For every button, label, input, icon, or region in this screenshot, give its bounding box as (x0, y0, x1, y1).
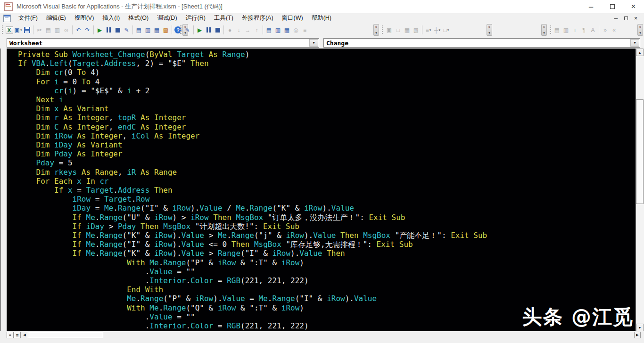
watermark: 头条 @江觅 (522, 304, 634, 330)
mdi-close-button[interactable]: × (631, 15, 640, 22)
toolbar-spacer (493, 24, 540, 37)
menu-item[interactable]: 文件(F) (14, 13, 42, 23)
full-module-view-button[interactable]: ≣ (14, 332, 21, 338)
procedure-bar: Worksheet ▼ Change ▼ (0, 37, 644, 49)
toolbar-separator (263, 25, 263, 34)
scroll-right-button[interactable]: ▶ (634, 332, 641, 338)
code-text[interactable]: Private Sub Worksheet_Change(ByVal Targe… (7, 49, 636, 330)
window-title: Microsoft Visual Basic for Applications … (17, 2, 223, 11)
reset-icon[interactable] (114, 25, 122, 34)
horizontal-scrollbar[interactable]: ≡ ≣ ◀ ▶ (0, 331, 644, 339)
menu-item[interactable]: 编辑(E) (42, 13, 70, 23)
find-icon[interactable]: ∞ (62, 25, 70, 34)
mdi-minimize-button[interactable]: ─ (611, 15, 620, 22)
toggle-breakpoint-icon[interactable]: ● (226, 25, 234, 34)
menu-item[interactable]: 帮助(H) (307, 13, 336, 23)
menu-item[interactable]: 窗口(W) (278, 13, 307, 23)
design-mode-icon[interactable]: ✎ (123, 25, 131, 34)
undo-icon[interactable]: ↶ (74, 25, 83, 34)
indent-icon[interactable]: » (601, 25, 609, 34)
procedure-dropdown[interactable]: Change ▼ (323, 38, 640, 48)
toolbar-drag-handle[interactable] (2, 25, 3, 35)
project-explorer-icon[interactable]: ▤ (135, 25, 143, 34)
mdi-restore-button[interactable] (621, 15, 630, 22)
redo-icon[interactable]: ↷ (83, 25, 91, 34)
toolbar-options-chevron[interactable]: »▾ (541, 24, 547, 36)
step-over-icon[interactable]: → (244, 25, 252, 34)
toolbar-debug: ✎▶●↓→↑▤▥▦◎≡»▾ (178, 24, 380, 37)
cut-icon[interactable]: ✂ (35, 25, 43, 34)
toolbar-drag-handle[interactable] (180, 25, 182, 35)
object-dropdown-value: Worksheet (9, 40, 42, 47)
break-icon[interactable] (105, 25, 113, 34)
menu-item[interactable]: 运行(R) (182, 13, 210, 23)
design-mode-icon[interactable]: ✎ (183, 25, 191, 34)
ungroup-icon[interactable]: ▧ (412, 25, 420, 34)
insert-userform-icon[interactable]: ▣▾ (14, 25, 22, 34)
outdent-icon[interactable]: « (610, 25, 618, 34)
toolbar-options-chevron[interactable]: »▾ (637, 24, 643, 36)
object-dropdown-button[interactable]: ▼ (309, 39, 318, 47)
procedure-view-button[interactable]: ≡ (7, 332, 14, 338)
menu-item[interactable]: 视图(V) (70, 13, 99, 23)
step-out-icon[interactable]: ↑ (253, 25, 261, 34)
vertical-scrollbar-thumb[interactable] (636, 99, 644, 204)
immediate-window-icon[interactable]: ▥ (274, 25, 282, 34)
group-icon[interactable]: ▦ (403, 25, 411, 34)
vertical-scrollbar[interactable]: ▲ ▼ (636, 49, 644, 331)
send-to-back-icon[interactable]: □ (394, 25, 402, 34)
object-dropdown[interactable]: Worksheet ▼ (7, 38, 319, 48)
procedure-dropdown-button[interactable]: ▼ (630, 39, 639, 47)
sheet-icon (3, 15, 11, 22)
close-button[interactable]: × (623, 0, 644, 13)
run-sub-icon[interactable]: ▶ (196, 25, 204, 34)
toolbar-drag-handle[interactable] (550, 25, 551, 35)
toolbar-separator (33, 25, 33, 34)
menu-item[interactable]: 外接程序(A) (238, 13, 278, 23)
horizontal-scrollbar-thumb[interactable] (28, 332, 103, 338)
scroll-up-button[interactable]: ▲ (636, 49, 644, 56)
parameter-info-icon[interactable]: ¶ (580, 25, 588, 34)
view-microsoft-excel-icon[interactable]: X (5, 25, 13, 34)
object-browser-icon[interactable]: ▦ (153, 25, 161, 34)
copy-icon[interactable]: ▤ (44, 25, 52, 34)
menu-item[interactable]: 格式(O) (124, 13, 153, 23)
restore-button[interactable] (602, 0, 623, 13)
toolbar-separator (93, 25, 94, 34)
complete-word-icon[interactable]: A (589, 25, 597, 34)
menu-item[interactable]: 插入(I) (98, 13, 124, 23)
save-icon[interactable] (23, 25, 31, 34)
menu-item[interactable]: 工具(T) (210, 13, 238, 23)
reset-icon[interactable] (214, 25, 222, 34)
margin-indicator-bar[interactable] (1, 49, 7, 331)
center-icon[interactable]: ┼▾ (433, 25, 441, 34)
quick-watch-icon[interactable]: ◎ (292, 25, 300, 34)
scroll-down-button[interactable]: ▼ (636, 324, 644, 331)
watch-window-icon[interactable]: ▦ (283, 25, 291, 34)
list-properties-icon[interactable]: ▤ (553, 25, 561, 34)
locals-window-icon[interactable]: ▤ (265, 25, 273, 34)
menu-item[interactable]: 调试(D) (153, 13, 181, 23)
run-sub-icon[interactable]: ▶ (96, 25, 104, 34)
list-constants-icon[interactable]: ▥ (562, 25, 570, 34)
paste-icon[interactable]: ▥ (53, 25, 61, 34)
quick-info-icon[interactable]: i (571, 25, 579, 34)
toolbox-icon[interactable]: ▩ (162, 25, 170, 34)
make-same-size-icon[interactable]: □▾ (442, 25, 450, 34)
align-icon[interactable]: ≡▾ (424, 25, 432, 34)
toolbar-separator (193, 25, 194, 34)
toolbar-separator (422, 25, 422, 34)
toolbar-separator (172, 25, 172, 34)
bring-to-front-icon[interactable]: ▣ (385, 25, 393, 34)
break-icon[interactable] (205, 25, 213, 34)
window-bottom-edge (0, 339, 644, 343)
properties-window-icon[interactable]: ▥ (144, 25, 152, 34)
step-into-icon[interactable]: ↓ (235, 25, 243, 34)
call-stack-icon[interactable]: ≡ (301, 25, 309, 34)
toolbar-options-chevron[interactable]: »▾ (487, 24, 492, 36)
code-editor[interactable]: Private Sub Worksheet_Change(ByVal Targe… (7, 49, 636, 331)
minimize-button[interactable]: ─ (580, 0, 602, 13)
scroll-left-button[interactable]: ◀ (21, 332, 28, 338)
toolbar-options-chevron[interactable]: »▾ (373, 24, 379, 36)
toolbar-drag-handle[interactable] (382, 25, 383, 35)
